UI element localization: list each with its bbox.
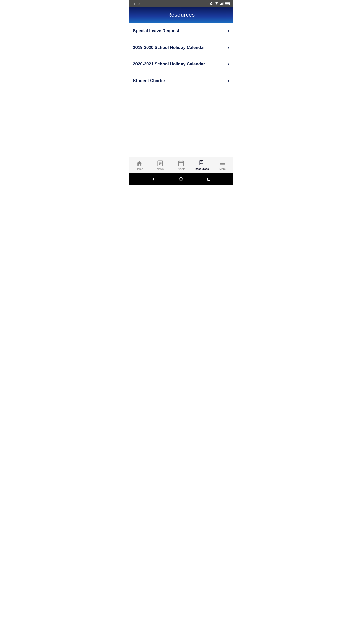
list-item-label: Student Charter: [133, 78, 165, 83]
more-icon: [219, 160, 226, 167]
battery-icon: [225, 2, 230, 5]
svg-rect-11: [178, 161, 184, 166]
status-icons: [209, 2, 230, 6]
recents-button[interactable]: [205, 176, 212, 183]
nav-item-news[interactable]: News: [150, 157, 171, 173]
list-item-2020-calendar[interactable]: 2020-2021 School Holiday Calendar ›: [129, 56, 233, 72]
list-item-special-leave[interactable]: Special Leave Request ›: [129, 23, 233, 39]
bottom-navigation: Home News Events PDF Resources: [129, 157, 233, 173]
nav-item-home[interactable]: Home: [129, 157, 150, 173]
status-bar: 11:23: [129, 0, 233, 7]
android-nav-bar: [129, 173, 233, 185]
square-icon: [207, 177, 211, 181]
wifi-icon: [214, 2, 219, 5]
settings-icon: [209, 2, 213, 6]
svg-rect-6: [225, 3, 229, 5]
resources-icon: PDF: [199, 160, 205, 167]
svg-rect-0: [220, 4, 221, 5]
nav-more-label: More: [219, 167, 226, 170]
svg-rect-3: [223, 2, 224, 5]
nav-events-label: Events: [177, 167, 185, 170]
list-item-student-charter[interactable]: Student Charter ›: [129, 72, 233, 89]
back-button[interactable]: [150, 176, 157, 183]
news-icon: [157, 160, 163, 167]
list-item-label: Special Leave Request: [133, 28, 179, 33]
home-button[interactable]: [177, 176, 185, 183]
svg-point-23: [179, 177, 183, 181]
svg-rect-24: [208, 178, 210, 181]
svg-rect-1: [221, 3, 222, 5]
list-item-label: 2019-2020 School Holiday Calendar: [133, 45, 205, 50]
chevron-right-icon: ›: [228, 28, 229, 33]
list-item-2019-calendar[interactable]: 2019-2020 School Holiday Calendar ›: [129, 39, 233, 56]
nav-item-resources[interactable]: PDF Resources: [191, 157, 212, 173]
svg-text:PDF: PDF: [200, 163, 203, 165]
nav-home-label: Home: [136, 167, 143, 170]
chevron-right-icon: ›: [228, 61, 229, 67]
list-item-label: 2020-2021 School Holiday Calendar: [133, 62, 205, 67]
page-header: Resources: [129, 7, 233, 23]
svg-marker-22: [152, 177, 154, 181]
nav-item-events[interactable]: Events: [171, 157, 192, 173]
status-time: 11:23: [132, 2, 140, 6]
content-area: Special Leave Request › 2019-2020 School…: [129, 23, 233, 157]
page-title: Resources: [133, 12, 229, 18]
nav-resources-label: Resources: [195, 167, 209, 170]
chevron-right-icon: ›: [228, 78, 229, 83]
svg-rect-2: [222, 3, 223, 5]
svg-rect-5: [230, 3, 230, 4]
nav-news-label: News: [157, 167, 164, 170]
back-icon: [151, 177, 156, 182]
circle-icon: [179, 177, 183, 181]
home-icon: [136, 160, 143, 167]
signal-icon: [220, 2, 224, 5]
chevron-right-icon: ›: [228, 45, 229, 50]
nav-item-more[interactable]: More: [212, 157, 233, 173]
events-icon: [178, 160, 184, 167]
